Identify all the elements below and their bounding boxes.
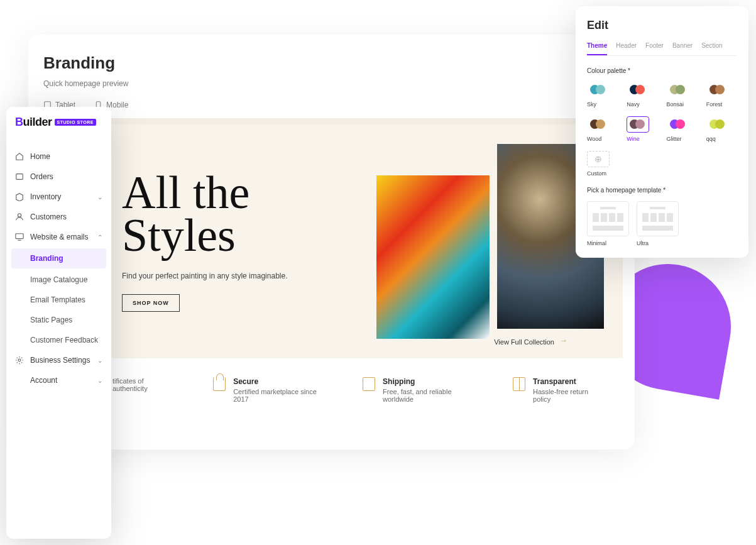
feature-title: Transparent [533, 377, 601, 386]
inventory-icon [15, 192, 24, 201]
chevron-down-icon: ⌄ [97, 194, 102, 201]
edit-title: Edit [587, 19, 737, 32]
palette-label: Sky [587, 101, 618, 107]
grid-icon [513, 377, 525, 391]
logo[interactable]: Builder STUDIO STORE [6, 116, 111, 138]
chevron-up-icon: ⌃ [97, 234, 102, 241]
edit-tab-banner[interactable]: Banner [672, 42, 693, 55]
edit-tabs: Theme Header Footer Banner Section [587, 42, 737, 56]
truck-icon [363, 377, 375, 391]
template-label: Pick a homepage template * [587, 187, 737, 194]
palette-label: Navy [627, 101, 657, 107]
palette-custom[interactable]: ⊕ Custom [587, 151, 618, 177]
nav-label: Static Pages [30, 316, 72, 324]
nav-website-emails[interactable]: Website & emails ⌃ [6, 227, 111, 247]
edit-panel: Edit Theme Header Footer Banner Section … [576, 6, 748, 258]
feature-desc: tificates of authenticity [112, 377, 175, 392]
palette-label: Wood [587, 136, 618, 142]
blank-icon [15, 376, 24, 385]
nav-label: Business Settings [30, 356, 90, 365]
template-label-text: Minimal [587, 240, 629, 246]
palette-glitter[interactable]: Glitter [667, 116, 698, 142]
lock-icon [213, 377, 226, 391]
nav-label: Inventory [30, 192, 61, 201]
homepage-preview: All theStyles Find your perfect painting… [40, 124, 623, 358]
feature-row: tificates of authenticity Secure Certifi… [43, 358, 620, 403]
plus-icon: ⊕ [587, 151, 610, 167]
svg-rect-3 [16, 174, 23, 180]
feature-desc: Free, fast, and reliable worldwide [383, 388, 475, 403]
feature-desc: Certified marketplace since 2017 [233, 388, 325, 403]
template-ultra[interactable]: Ultra [637, 201, 679, 246]
subnav-image-catalogue[interactable]: Image Catalogue [6, 270, 111, 290]
nav-orders[interactable]: Orders [6, 167, 111, 187]
monitor-icon [15, 233, 24, 241]
shop-now-button[interactable]: SHOP NOW [122, 294, 180, 312]
palette-bonsai[interactable]: Bonsai [667, 82, 698, 107]
palette-forest[interactable]: Forest [706, 82, 737, 107]
template-minimal[interactable]: Minimal [587, 201, 629, 246]
svg-rect-5 [16, 234, 23, 239]
feature-transparent: Transparent Hassle-free return policy [513, 377, 601, 403]
nav-label: Branding [30, 254, 63, 263]
nav-label: Account [30, 376, 57, 385]
edit-tab-theme[interactable]: Theme [587, 42, 607, 55]
orders-icon [15, 172, 24, 181]
logo-badge: STUDIO STORE [55, 119, 96, 126]
nav-label: Orders [30, 172, 53, 181]
nav-label: Home [30, 152, 50, 161]
main-panel: Branding Quick homepage preview Tablet M… [28, 35, 635, 449]
template-row: Minimal Ultra [587, 201, 737, 246]
hero-images [376, 144, 604, 339]
view-full-collection-link[interactable]: View Full Collection [494, 338, 569, 346]
hero-text: All theStyles Find your perfect painting… [122, 171, 287, 312]
feature-desc: Hassle-free return policy [533, 388, 601, 403]
view-full-label: View Full Collection [494, 338, 554, 346]
home-icon [15, 152, 24, 161]
subnav-customer-feedback[interactable]: Customer Feedback [6, 330, 111, 350]
arrow-right-icon [559, 339, 569, 344]
chevron-down-icon: ⌄ [97, 357, 102, 364]
page-subtitle: Quick homepage preview [43, 79, 620, 88]
chevron-down-icon: ⌄ [97, 377, 102, 384]
palette-navy[interactable]: Navy [627, 82, 657, 107]
palette-qqq[interactable]: qqq [706, 116, 737, 142]
hero-image-abstract [376, 175, 490, 339]
gear-icon [15, 356, 24, 365]
nav-home[interactable]: Home [6, 146, 111, 167]
subnav-branding[interactable]: Branding [11, 248, 106, 268]
feature-authenticity: tificates of authenticity [112, 377, 175, 403]
palette-label: Bonsai [667, 101, 698, 107]
logo-text: Builder [15, 116, 52, 129]
feature-title: Shipping [383, 377, 475, 386]
feature-title: Secure [233, 377, 325, 386]
svg-point-6 [18, 359, 21, 361]
template-label-text: Ultra [637, 240, 679, 246]
sub-nav: Branding Image Catalogue Email Templates… [6, 248, 111, 350]
nav-business-settings[interactable]: Business Settings ⌄ [6, 350, 111, 370]
edit-tab-footer[interactable]: Footer [645, 42, 664, 55]
edit-tab-section[interactable]: Section [701, 42, 722, 55]
palette-wood[interactable]: Wood [587, 116, 618, 142]
nav-label: Customer Feedback [30, 336, 98, 344]
palette-sky[interactable]: Sky [587, 82, 618, 107]
tab-mobile-label: Mobile [106, 101, 128, 109]
palette-label: Forest [706, 101, 737, 107]
nav-label: Email Templates [30, 295, 85, 304]
palette-grid: Sky Navy Bonsai Forest Wood Wine Glitter [587, 82, 737, 177]
subnav-static-pages[interactable]: Static Pages [6, 310, 111, 330]
edit-tab-header[interactable]: Header [616, 42, 637, 55]
feature-shipping: Shipping Free, fast, and reliable worldw… [363, 377, 475, 403]
svg-point-4 [18, 214, 21, 217]
colour-palette-label: Colour palette * [587, 67, 737, 74]
nav-customers[interactable]: Customers [6, 207, 111, 227]
subnav-email-templates[interactable]: Email Templates [6, 290, 111, 310]
nav-account[interactable]: Account ⌄ [6, 370, 111, 390]
palette-label: qqq [706, 136, 737, 142]
nav-inventory[interactable]: Inventory ⌄ [6, 187, 111, 207]
feature-secure: Secure Certified marketplace since 2017 [213, 377, 325, 403]
palette-label: Wine [627, 136, 657, 142]
palette-wine[interactable]: Wine [627, 116, 657, 142]
nav-label: Website & emails [30, 233, 88, 241]
nav-label: Image Catalogue [30, 275, 87, 284]
